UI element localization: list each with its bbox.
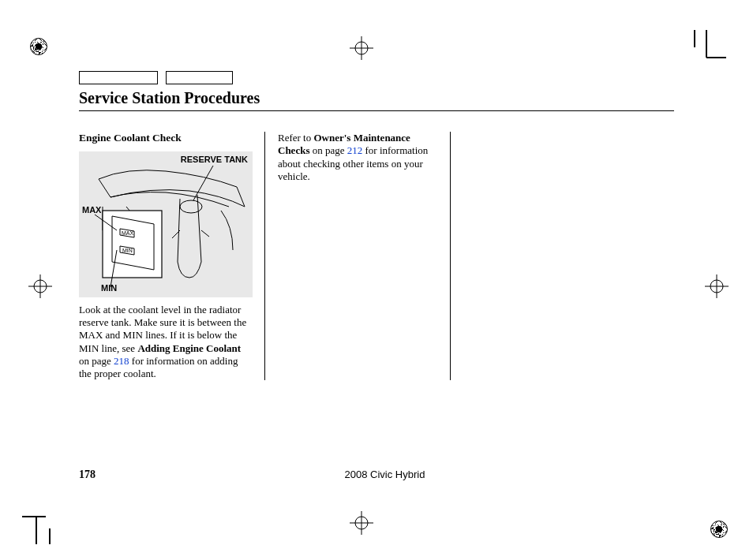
page-link-212[interactable]: 212: [347, 144, 363, 156]
paragraph-coolant: Look at the coolant level in the radiato…: [79, 304, 252, 381]
svg-point-6: [355, 42, 368, 54]
engine-diagram-svg: MAX MIN: [79, 151, 253, 297]
page-footer: 178 2008 Civic Hybrid: [79, 469, 674, 481]
text: on page: [79, 355, 114, 367]
svg-rect-19: [103, 211, 162, 278]
svg-text:MIN: MIN: [122, 248, 133, 253]
page-content: Service Station Procedures Engine Coolan…: [79, 71, 674, 481]
svg-point-0: [34, 280, 47, 293]
engine-diagram: MAX MIN RESERVE TANK MAX MIN: [79, 151, 253, 297]
regmark-mid-left: [22, 268, 62, 308]
svg-line-24: [193, 166, 213, 200]
title-rule: [79, 110, 674, 111]
page-link-218[interactable]: 218: [114, 355, 129, 367]
text: on page: [309, 144, 347, 156]
svg-point-15: [710, 280, 723, 293]
column-1: Engine Coolant Check: [79, 132, 264, 380]
paragraph-owner-checks: Refer to Owner's Maintenance Checks on p…: [278, 132, 437, 183]
regmark-top-center: [343, 30, 383, 69]
regmark-mid-right: [699, 268, 738, 308]
svg-text:MAX: MAX: [122, 230, 134, 236]
regmark-top-left: [22, 30, 62, 69]
column-3-empty: [450, 132, 674, 380]
page-title: Service Station Procedures: [79, 89, 674, 110]
cropmark-top-right: [687, 30, 726, 69]
svg-point-18: [180, 200, 202, 213]
column-2: Refer to Owner's Maintenance Checks on p…: [264, 132, 450, 380]
svg-point-9: [355, 517, 368, 529]
text-columns: Engine Coolant Check: [79, 132, 674, 380]
header-box-2: [166, 71, 233, 84]
header-box-1: [79, 71, 158, 84]
text: Refer to: [278, 132, 313, 144]
label-max: MAX: [82, 205, 101, 216]
label-min: MIN: [101, 283, 117, 294]
label-reserve-tank: RESERVE TANK: [181, 155, 248, 166]
header-placeholder-boxes: [79, 71, 674, 84]
page-number: 178: [79, 469, 96, 481]
bold-adding-coolant: Adding Engine Coolant: [137, 342, 241, 354]
subheading-coolant: Engine Coolant Check: [79, 132, 252, 145]
regmark-bottom-center: [343, 505, 383, 544]
vehicle-model: 2008 Civic Hybrid: [345, 469, 425, 480]
regmark-bottom-right: [702, 513, 742, 552]
cropmark-bottom-left: [22, 505, 62, 544]
